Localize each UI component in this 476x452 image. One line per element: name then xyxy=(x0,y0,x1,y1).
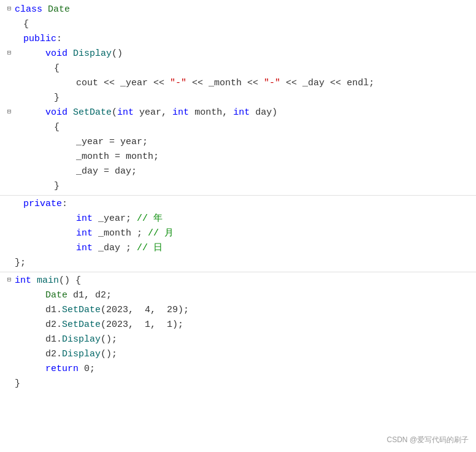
line-11: _month = month; xyxy=(0,150,476,164)
code-line-7: } xyxy=(31,91,476,105)
line-7: } xyxy=(0,91,476,105)
line-1: ⊟ class Date xyxy=(0,2,476,17)
code-line-11: _month = month; xyxy=(31,150,476,164)
line-15: int _year; // 年 xyxy=(0,212,476,226)
fold-icon-2 xyxy=(5,18,13,29)
fold-icon-21 xyxy=(5,304,13,315)
line-19: ⊟ int main() { xyxy=(0,274,476,288)
line-22: d2.SetDate(2023, 1, 1); xyxy=(0,318,476,332)
fold-icon-17 xyxy=(5,242,13,253)
line-5: { xyxy=(0,61,476,76)
code-line-2: { xyxy=(22,17,476,32)
code-container: ⊟ class Date { public: ⊟ void Display() … xyxy=(0,0,476,452)
divider-main xyxy=(0,272,476,272)
fold-icon-13 xyxy=(5,180,13,191)
code-line-18: }; xyxy=(13,256,476,270)
fold-icon-26 xyxy=(5,378,13,389)
code-line-9: { xyxy=(31,120,476,135)
line-10: _year = year; xyxy=(0,135,476,150)
line-20: Date d1, d2; xyxy=(0,288,476,303)
line-26: } xyxy=(0,377,476,391)
line-8: ⊟ void SetDate(int year, int month, int … xyxy=(0,105,476,120)
code-line-12: _day = day; xyxy=(31,164,476,179)
fold-icon-12 xyxy=(5,166,13,177)
line-12: _day = day; xyxy=(0,164,476,179)
fold-icon-19[interactable]: ⊟ xyxy=(5,275,13,286)
code-line-21: d1.SetDate(2023, 4, 29); xyxy=(22,303,476,318)
code-line-13: } xyxy=(31,179,476,194)
line-14: private: xyxy=(0,197,476,212)
divider-private xyxy=(0,195,476,196)
line-13: } xyxy=(0,179,476,194)
line-9: { xyxy=(0,120,476,135)
fold-icon-1[interactable]: ⊟ xyxy=(5,4,13,15)
fold-icon-8[interactable]: ⊟ xyxy=(5,107,13,118)
fold-icon-11 xyxy=(5,151,13,162)
fold-icon-24 xyxy=(5,348,13,359)
fold-icon-15 xyxy=(5,213,13,224)
fold-icon-9 xyxy=(5,121,13,132)
code-line-24: d2.Display(); xyxy=(22,347,476,362)
fold-icon-7 xyxy=(5,92,13,103)
code-line-26: } xyxy=(13,377,476,391)
fold-icon-16 xyxy=(5,228,13,239)
line-17: int _day ; // 日 xyxy=(0,241,476,256)
line-16: int _month ; // 月 xyxy=(0,226,476,241)
line-2: { xyxy=(0,17,476,32)
fold-icon-22 xyxy=(5,319,13,330)
code-line-19: int main() { xyxy=(13,274,476,288)
line-4: ⊟ void Display() xyxy=(0,47,476,61)
fold-icon-5 xyxy=(5,63,13,74)
code-line-14: private: xyxy=(22,197,476,212)
code-line-1: class Date xyxy=(13,2,476,17)
fold-icon-10 xyxy=(5,136,13,147)
line-6: cout << _year << "-" << _month << "-" <<… xyxy=(0,76,476,91)
code-line-4: void Display() xyxy=(22,47,476,61)
code-line-17: int _day ; // 日 xyxy=(31,241,476,256)
code-line-25: return 0; xyxy=(22,362,476,377)
fold-icon-20 xyxy=(5,289,13,301)
line-18: }; xyxy=(0,256,476,270)
code-line-6: cout << _year << "-" << _month << "-" <<… xyxy=(31,76,476,91)
fold-icon-18 xyxy=(5,257,13,268)
fold-icon-25 xyxy=(5,363,13,374)
line-3: public: xyxy=(0,32,476,47)
fold-icon-3 xyxy=(5,33,13,44)
code-line-23: d1.Display(); xyxy=(22,332,476,347)
code-line-3: public: xyxy=(22,32,476,47)
watermark: CSDN @爱写代码的刷子 xyxy=(386,434,469,446)
fold-icon-23 xyxy=(5,334,13,345)
code-line-16: int _month ; // 月 xyxy=(31,226,476,241)
code-line-10: _year = year; xyxy=(31,135,476,150)
fold-icon-4[interactable]: ⊟ xyxy=(5,48,13,59)
line-24: d2.Display(); xyxy=(0,347,476,362)
code-line-15: int _year; // 年 xyxy=(31,212,476,226)
code-line-22: d2.SetDate(2023, 1, 1); xyxy=(22,318,476,332)
line-25: return 0; xyxy=(0,362,476,377)
code-line-5: { xyxy=(31,61,476,76)
line-21: d1.SetDate(2023, 4, 29); xyxy=(0,303,476,318)
line-23: d1.Display(); xyxy=(0,332,476,347)
code-line-20: Date d1, d2; xyxy=(22,288,476,303)
code-line-8: void SetDate(int year, int month, int da… xyxy=(22,105,476,120)
fold-icon-6 xyxy=(5,77,13,88)
fold-icon-14 xyxy=(5,198,13,209)
